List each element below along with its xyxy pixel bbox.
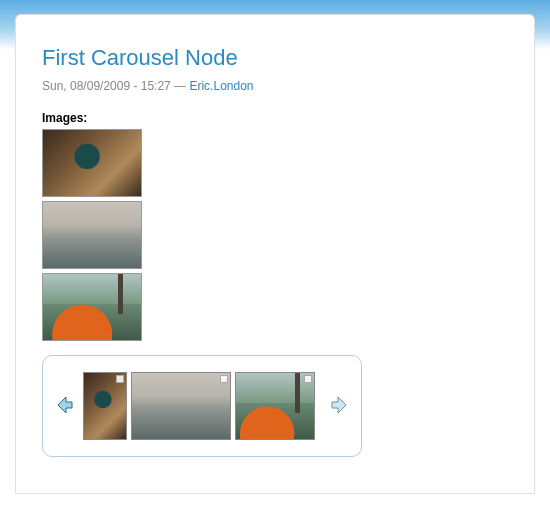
- arrow-right-icon: [330, 395, 350, 418]
- image-link[interactable]: [42, 201, 508, 269]
- images-label: Images:: [42, 111, 508, 125]
- carousel: [42, 355, 362, 457]
- submitted-line: Sun, 08/09/2009 - 15:27 — Eric.London: [42, 79, 508, 93]
- carousel-thumb[interactable]: [235, 372, 315, 440]
- author-link[interactable]: Eric.London: [189, 79, 253, 93]
- submitted-date: Sun, 08/09/2009 - 15:27: [42, 79, 171, 93]
- page-title: First Carousel Node: [42, 45, 508, 71]
- image-thumb: [42, 201, 142, 269]
- arrow-left-icon: [54, 395, 74, 418]
- images-stack: [42, 129, 508, 341]
- thumb-badge-icon: [304, 375, 312, 383]
- thumb-badge-icon: [220, 375, 228, 383]
- thumb-badge-icon: [116, 375, 124, 383]
- submitted-sep: —: [171, 79, 190, 93]
- image-link[interactable]: [42, 129, 508, 197]
- image-link[interactable]: [42, 273, 508, 341]
- image-thumb: [42, 129, 142, 197]
- image-thumb: [42, 273, 142, 341]
- carousel-thumb[interactable]: [83, 372, 127, 440]
- content-region: First Carousel Node Sun, 08/09/2009 - 15…: [15, 14, 535, 494]
- carousel-prev-button[interactable]: [53, 395, 75, 417]
- carousel-track: [83, 372, 321, 440]
- carousel-thumb[interactable]: [131, 372, 231, 440]
- carousel-next-button[interactable]: [329, 395, 351, 417]
